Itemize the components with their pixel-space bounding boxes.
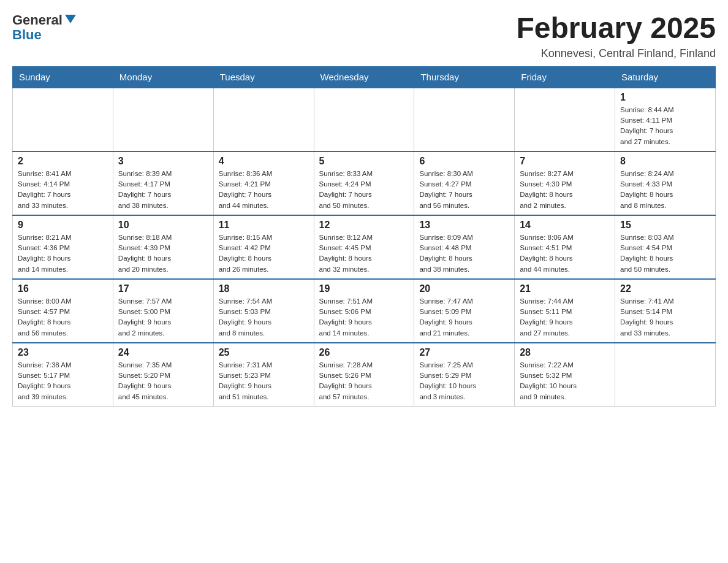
day-number: 10	[118, 220, 208, 231]
day-info: Sunrise: 7:25 AM Sunset: 5:29 PM Dayligh…	[419, 360, 509, 402]
day-number: 23	[18, 347, 108, 358]
day-info: Sunrise: 7:35 AM Sunset: 5:20 PM Dayligh…	[118, 360, 208, 402]
day-info: Sunrise: 8:21 AM Sunset: 4:36 PM Dayligh…	[18, 232, 108, 275]
day-number: 19	[319, 283, 409, 294]
day-info: Sunrise: 7:47 AM Sunset: 5:09 PM Dayligh…	[419, 296, 509, 339]
calendar-cell: 20Sunrise: 7:47 AM Sunset: 5:09 PM Dayli…	[414, 279, 515, 343]
calendar-cell: 5Sunrise: 8:33 AM Sunset: 4:24 PM Daylig…	[314, 151, 414, 215]
week-row: 23Sunrise: 7:38 AM Sunset: 5:17 PM Dayli…	[13, 343, 716, 407]
calendar-cell	[414, 88, 515, 151]
day-info: Sunrise: 7:31 AM Sunset: 5:23 PM Dayligh…	[219, 360, 309, 402]
day-number: 16	[18, 283, 108, 294]
day-number: 9	[18, 220, 108, 231]
day-number: 25	[219, 347, 309, 358]
svg-marker-0	[65, 15, 76, 23]
day-number: 13	[419, 220, 509, 231]
day-number: 14	[520, 220, 610, 231]
calendar-cell: 3Sunrise: 8:39 AM Sunset: 4:17 PM Daylig…	[113, 151, 213, 215]
logo-general-text: General	[12, 13, 63, 27]
weekday-header: Friday	[515, 66, 615, 88]
day-number: 5	[319, 156, 409, 167]
calendar-cell	[213, 88, 314, 151]
day-number: 1	[620, 92, 710, 103]
weekday-header: Thursday	[414, 66, 515, 88]
day-info: Sunrise: 7:51 AM Sunset: 5:06 PM Dayligh…	[319, 296, 409, 339]
weekday-header: Monday	[113, 66, 213, 88]
calendar-cell: 24Sunrise: 7:35 AM Sunset: 5:20 PM Dayli…	[113, 343, 213, 407]
calendar-cell	[615, 343, 716, 407]
calendar-cell: 23Sunrise: 7:38 AM Sunset: 5:17 PM Dayli…	[13, 343, 113, 407]
calendar-cell	[113, 88, 213, 151]
day-number: 20	[419, 283, 509, 294]
day-number: 26	[319, 347, 409, 358]
day-number: 3	[118, 156, 208, 167]
day-number: 7	[520, 156, 610, 167]
day-number: 15	[620, 220, 710, 231]
day-info: Sunrise: 8:18 AM Sunset: 4:39 PM Dayligh…	[118, 232, 208, 275]
day-info: Sunrise: 7:54 AM Sunset: 5:03 PM Dayligh…	[219, 296, 309, 339]
day-number: 2	[18, 156, 108, 167]
calendar-cell	[515, 88, 615, 151]
day-number: 11	[219, 220, 309, 231]
page-header: General Blue February 2025 Konnevesi, Ce…	[12, 12, 716, 60]
calendar-cell: 28Sunrise: 7:22 AM Sunset: 5:32 PM Dayli…	[515, 343, 615, 407]
calendar-cell: 21Sunrise: 7:44 AM Sunset: 5:11 PM Dayli…	[515, 279, 615, 343]
weekday-header: Sunday	[13, 66, 113, 88]
calendar-cell: 6Sunrise: 8:30 AM Sunset: 4:27 PM Daylig…	[414, 151, 515, 215]
day-info: Sunrise: 7:57 AM Sunset: 5:00 PM Dayligh…	[118, 296, 208, 339]
week-row: 16Sunrise: 8:00 AM Sunset: 4:57 PM Dayli…	[13, 279, 716, 343]
calendar-cell: 1Sunrise: 8:44 AM Sunset: 4:11 PM Daylig…	[615, 88, 716, 151]
logo-arrow-icon	[64, 12, 77, 26]
logo-blue-text: Blue	[12, 28, 42, 42]
calendar-cell: 2Sunrise: 8:41 AM Sunset: 4:14 PM Daylig…	[13, 151, 113, 215]
day-info: Sunrise: 8:24 AM Sunset: 4:33 PM Dayligh…	[620, 169, 710, 211]
calendar-cell	[13, 88, 113, 151]
day-info: Sunrise: 8:30 AM Sunset: 4:27 PM Dayligh…	[419, 169, 509, 211]
day-number: 17	[118, 283, 208, 294]
week-row: 9Sunrise: 8:21 AM Sunset: 4:36 PM Daylig…	[13, 215, 716, 279]
day-info: Sunrise: 8:33 AM Sunset: 4:24 PM Dayligh…	[319, 169, 409, 211]
day-info: Sunrise: 7:28 AM Sunset: 5:26 PM Dayligh…	[319, 360, 409, 402]
day-number: 21	[520, 283, 610, 294]
day-number: 8	[620, 156, 710, 167]
month-title: February 2025	[516, 12, 716, 45]
day-info: Sunrise: 8:39 AM Sunset: 4:17 PM Dayligh…	[118, 169, 208, 211]
calendar-cell	[314, 88, 414, 151]
day-info: Sunrise: 7:22 AM Sunset: 5:32 PM Dayligh…	[520, 360, 610, 402]
day-info: Sunrise: 8:00 AM Sunset: 4:57 PM Dayligh…	[18, 296, 108, 339]
day-info: Sunrise: 8:09 AM Sunset: 4:48 PM Dayligh…	[419, 232, 509, 275]
calendar-cell: 9Sunrise: 8:21 AM Sunset: 4:36 PM Daylig…	[13, 215, 113, 279]
weekday-header-row: SundayMondayTuesdayWednesdayThursdayFrid…	[13, 66, 716, 88]
calendar-cell: 17Sunrise: 7:57 AM Sunset: 5:00 PM Dayli…	[113, 279, 213, 343]
calendar-cell: 26Sunrise: 7:28 AM Sunset: 5:26 PM Dayli…	[314, 343, 414, 407]
day-info: Sunrise: 8:12 AM Sunset: 4:45 PM Dayligh…	[319, 232, 409, 275]
day-info: Sunrise: 8:44 AM Sunset: 4:11 PM Dayligh…	[620, 105, 710, 147]
week-row: 2Sunrise: 8:41 AM Sunset: 4:14 PM Daylig…	[13, 151, 716, 215]
calendar-cell: 18Sunrise: 7:54 AM Sunset: 5:03 PM Dayli…	[213, 279, 314, 343]
day-number: 6	[419, 156, 509, 167]
weekday-header: Saturday	[615, 66, 716, 88]
calendar-table: SundayMondayTuesdayWednesdayThursdayFrid…	[12, 66, 716, 407]
calendar-cell: 8Sunrise: 8:24 AM Sunset: 4:33 PM Daylig…	[615, 151, 716, 215]
weekday-header: Tuesday	[213, 66, 314, 88]
calendar-cell: 12Sunrise: 8:12 AM Sunset: 4:45 PM Dayli…	[314, 215, 414, 279]
calendar-cell: 22Sunrise: 7:41 AM Sunset: 5:14 PM Dayli…	[615, 279, 716, 343]
location-text: Konnevesi, Central Finland, Finland	[516, 47, 716, 60]
logo: General Blue	[12, 12, 77, 42]
week-row: 1Sunrise: 8:44 AM Sunset: 4:11 PM Daylig…	[13, 88, 716, 151]
calendar-cell: 15Sunrise: 8:03 AM Sunset: 4:54 PM Dayli…	[615, 215, 716, 279]
day-info: Sunrise: 7:44 AM Sunset: 5:11 PM Dayligh…	[520, 296, 610, 339]
day-number: 18	[219, 283, 309, 294]
day-info: Sunrise: 7:38 AM Sunset: 5:17 PM Dayligh…	[18, 360, 108, 402]
day-number: 27	[419, 347, 509, 358]
day-number: 12	[319, 220, 409, 231]
day-info: Sunrise: 8:03 AM Sunset: 4:54 PM Dayligh…	[620, 232, 710, 275]
weekday-header: Wednesday	[314, 66, 414, 88]
calendar-cell: 7Sunrise: 8:27 AM Sunset: 4:30 PM Daylig…	[515, 151, 615, 215]
day-info: Sunrise: 8:06 AM Sunset: 4:51 PM Dayligh…	[520, 232, 610, 275]
title-section: February 2025 Konnevesi, Central Finland…	[516, 12, 716, 60]
day-info: Sunrise: 8:36 AM Sunset: 4:21 PM Dayligh…	[219, 169, 309, 211]
day-info: Sunrise: 8:15 AM Sunset: 4:42 PM Dayligh…	[219, 232, 309, 275]
day-info: Sunrise: 7:41 AM Sunset: 5:14 PM Dayligh…	[620, 296, 710, 339]
calendar-cell: 4Sunrise: 8:36 AM Sunset: 4:21 PM Daylig…	[213, 151, 314, 215]
